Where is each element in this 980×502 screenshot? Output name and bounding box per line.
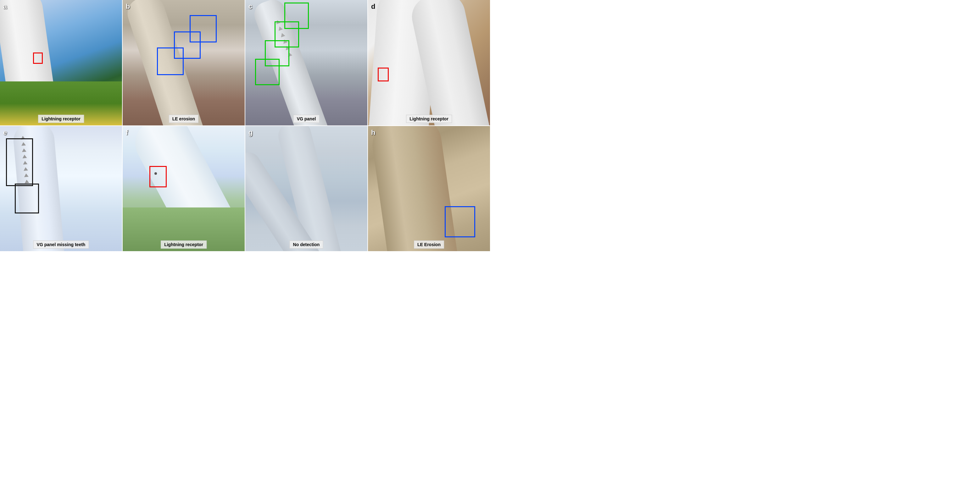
panel-b: LE erosion b <box>123 0 245 126</box>
panel-a: Lightning receptor a <box>0 0 122 126</box>
panel-f: Lightning receptor f <box>123 126 245 251</box>
label-a: Lightning receptor <box>38 115 84 123</box>
letter-f: f <box>126 129 128 137</box>
bbox-le-erosion-b1 <box>190 15 216 43</box>
image-grid: Lightning receptor a LE erosion b VG pan… <box>0 0 490 251</box>
letter-d: d <box>371 3 375 11</box>
label-g: No detection <box>290 240 323 249</box>
label-d: Lightning receptor <box>406 115 452 123</box>
letter-g: g <box>248 129 253 137</box>
label-e: VG panel missing teeth <box>33 240 89 249</box>
panel-h: LE Erosion h <box>368 126 490 251</box>
letter-a: a <box>3 3 7 11</box>
label-c: VG panel <box>293 115 320 123</box>
label-h: LE Erosion <box>414 240 444 249</box>
letter-b: b <box>126 3 130 11</box>
label-b: LE erosion <box>169 115 199 123</box>
label-f: Lightning receptor <box>161 240 207 249</box>
panel-c: VG panel c <box>245 0 368 126</box>
letter-h: h <box>371 129 375 137</box>
panel-d: Lightning receptor d <box>368 0 490 126</box>
letter-c: c <box>248 3 252 11</box>
panel-e: VG panel missing teeth e <box>0 126 122 251</box>
panel-g: No detection g <box>245 126 368 251</box>
letter-e: e <box>3 129 7 137</box>
